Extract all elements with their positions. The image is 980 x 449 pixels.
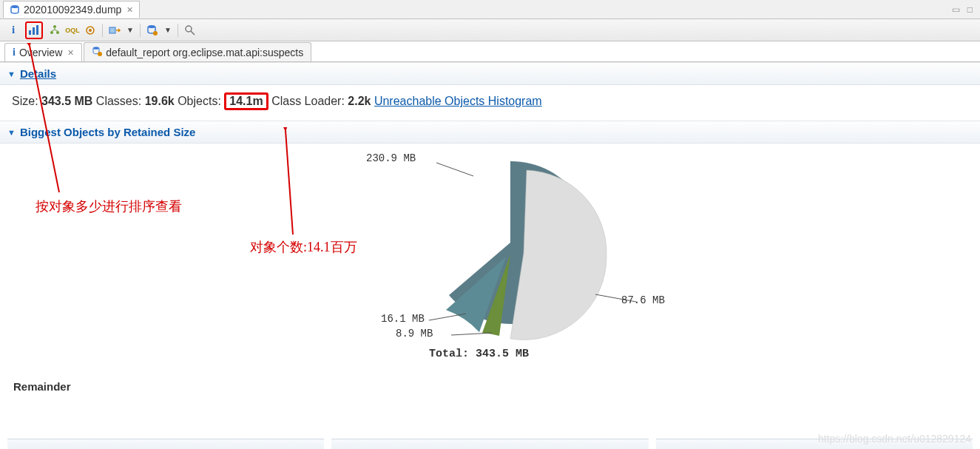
chart-label-1: 87.6 MB <box>621 294 665 306</box>
svg-point-4 <box>53 25 56 28</box>
unreachable-histogram-link[interactable]: Unreachable Objects Histogram <box>374 95 542 107</box>
section-biggest-header[interactable]: ▼ Biggest Objects by Retained Size <box>0 121 980 144</box>
content-area: ▼ Details Size: 343.5 MB Classes: 19.6k … <box>0 62 980 405</box>
info-icon: i <box>13 47 16 58</box>
run-icon[interactable] <box>109 24 121 36</box>
editor-tab-strip: 202010092349.dump ✕ ▭ □ <box>0 0 980 19</box>
size-value: 343.5 MB <box>41 95 92 107</box>
section-biggest-title: Biggest Objects by Retained Size <box>20 126 196 138</box>
loader-value: 2.2k <box>348 95 371 107</box>
chart-label-3: 16.1 MB <box>381 313 425 325</box>
loader-label: Class Loader: <box>271 95 345 107</box>
section-details-header[interactable]: ▼ Details <box>0 62 980 85</box>
editor-minmax-icons: ▭ □ <box>952 4 980 15</box>
tab-default-report[interactable]: default_report org.eclipse.mat.api:suspe… <box>84 42 311 61</box>
maximize-icon[interactable]: □ <box>967 4 973 15</box>
tab-report-label: default_report org.eclipse.mat.api:suspe… <box>106 47 303 58</box>
dominator-tree-icon[interactable] <box>49 24 61 36</box>
details-line: Size: 343.5 MB Classes: 19.6k Objects: 1… <box>0 85 980 121</box>
svg-point-11 <box>153 31 158 36</box>
toolbar: i OQL ▼ ▼ <box>0 19 980 41</box>
collapse-icon: ▼ <box>7 128 16 137</box>
minimize-icon[interactable]: ▭ <box>952 4 960 15</box>
db-tool-icon[interactable] <box>146 24 158 36</box>
svg-point-6 <box>56 31 59 34</box>
remainder-label: Remainder <box>0 368 980 405</box>
svg-rect-1 <box>29 30 31 35</box>
info-icon[interactable]: i <box>7 24 19 36</box>
objects-label: Objects: <box>178 95 221 107</box>
dump-file-icon <box>10 4 20 15</box>
tab-overview-label: Overview <box>19 47 62 58</box>
annotation-sort-note: 按对象多少进行排序查看 <box>36 198 182 215</box>
tab-overview[interactable]: i Overview ✕ <box>4 43 82 61</box>
svg-line-18 <box>451 333 492 335</box>
svg-line-17 <box>429 314 466 320</box>
classes-label: Classes: <box>96 95 141 107</box>
chart-label-0: 230.9 MB <box>366 152 416 164</box>
svg-point-8 <box>89 29 92 32</box>
dropdown-icon[interactable]: ▼ <box>126 26 134 34</box>
subtab-strip: i Overview ✕ default_report org.eclipse.… <box>0 41 980 62</box>
svg-point-13 <box>93 47 99 50</box>
svg-point-5 <box>50 31 53 34</box>
svg-point-0 <box>11 5 18 8</box>
thread-icon[interactable] <box>84 24 96 36</box>
toolbar-separator <box>178 24 178 37</box>
editor-tab-dump[interactable]: 202010092349.dump ✕ <box>3 1 140 18</box>
toolbar-separator <box>140 24 141 37</box>
svg-rect-9 <box>109 27 115 33</box>
dropdown-icon[interactable]: ▼ <box>164 26 172 34</box>
svg-rect-3 <box>36 25 38 35</box>
objects-value-highlighted: 14.1m <box>224 92 268 110</box>
svg-line-15 <box>436 163 473 176</box>
chart-total: Total: 343.5 MB <box>429 348 529 360</box>
pie-chart: 230.9 MB 87.6 MB 16.1 MB 8.9 MB Total: 3… <box>325 146 695 368</box>
histogram-button-highlighted[interactable] <box>25 21 43 39</box>
toolbar-separator <box>102 24 103 37</box>
search-icon[interactable] <box>184 24 196 36</box>
close-icon[interactable]: ✕ <box>125 5 133 15</box>
close-icon[interactable]: ✕ <box>66 48 74 58</box>
section-details-title: Details <box>20 67 56 80</box>
oql-icon[interactable]: OQL <box>67 24 78 36</box>
chart-label-2: 8.9 MB <box>396 328 433 340</box>
annotation-count-note: 对象个数:14.1百万 <box>250 238 357 256</box>
svg-point-10 <box>148 25 155 28</box>
svg-point-12 <box>186 26 192 32</box>
editor-tab-filename: 202010092349.dump <box>24 4 121 16</box>
watermark: https://blog.csdn.net/u012829124 <box>818 433 971 445</box>
svg-point-14 <box>98 52 102 56</box>
size-label: Size: <box>12 95 38 107</box>
svg-rect-2 <box>33 27 35 35</box>
classes-value: 19.6k <box>145 95 175 107</box>
report-icon <box>92 46 102 58</box>
collapse-icon: ▼ <box>7 70 16 78</box>
